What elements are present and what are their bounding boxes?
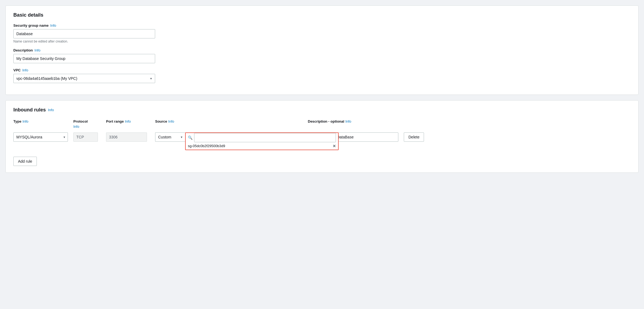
type-column-header: Type Info <box>13 119 73 123</box>
security-group-name-field: Security group name Info Name cannot be … <box>13 23 631 43</box>
protocol-value: TCP <box>73 132 98 142</box>
source-column-header: Source Info <box>155 119 308 123</box>
description-input[interactable] <box>13 54 155 63</box>
description-col-info-link[interactable]: Info <box>345 119 351 123</box>
description-label: Description Info <box>13 48 631 52</box>
basic-details-title: Basic details <box>13 12 631 18</box>
security-group-name-hint: Name cannot be edited after creation. <box>13 40 631 43</box>
type-select-wrapper: MYSQL/Aurora ▼ <box>13 132 68 142</box>
vpc-label: VPC Info <box>13 68 631 72</box>
source-cell: Custom ▼ 🔍 sg-05dc0b2f29500b3d9 ✕ <box>155 132 308 150</box>
search-icon: 🔍 <box>188 135 192 140</box>
description-info-link[interactable]: Info <box>35 48 41 52</box>
security-group-name-label: Security group name Info <box>13 23 631 28</box>
delete-rule-button[interactable]: Delete <box>404 132 424 142</box>
source-search-box: 🔍 sg-05dc0b2f29500b3d9 ✕ <box>185 132 339 150</box>
port-range-value: 3306 <box>106 132 147 142</box>
type-cell: MYSQL/Aurora ▼ <box>13 132 73 142</box>
source-tag-row: sg-05dc0b2f29500b3d9 ✕ <box>186 142 338 150</box>
inbound-rules-header: Inbound rules Info <box>13 107 631 113</box>
inbound-rules-title: Inbound rules <box>13 107 46 113</box>
rule-row: MYSQL/Aurora ▼ TCP 3306 Custom ▼ <box>13 132 631 150</box>
description-field: Description Info <box>13 48 631 63</box>
protocol-cell: TCP <box>73 132 106 142</box>
type-info-link[interactable]: Info <box>22 119 28 123</box>
inbound-rules-info-link[interactable]: Info <box>48 108 54 112</box>
table-header-row: Type Info Protocol Info Port range Info <box>13 119 631 130</box>
source-info-link[interactable]: Info <box>168 119 174 123</box>
source-tag-remove-button[interactable]: ✕ <box>333 144 336 148</box>
protocol-column-header: Protocol Info <box>73 119 106 129</box>
delete-cell: Delete <box>401 132 428 142</box>
protocol-info-link[interactable]: Info <box>73 125 79 129</box>
vpc-field: VPC Info vpc-06da4a6145aaeb1ba (My VPC) … <box>13 68 631 83</box>
source-area: Custom ▼ 🔍 sg-05dc0b2f29500b3d9 ✕ <box>155 132 308 150</box>
source-search-input[interactable] <box>194 133 336 142</box>
basic-details-section: Basic details Security group name Info N… <box>5 5 639 95</box>
security-group-name-input[interactable] <box>13 29 155 38</box>
inbound-rules-section: Inbound rules Info Type Info Protocol In… <box>5 100 639 173</box>
description-column-header: Description - optional Info <box>308 119 401 123</box>
port-range-column-header: Port range Info <box>106 119 155 123</box>
port-range-info-link[interactable]: Info <box>125 119 131 123</box>
vpc-info-link[interactable]: Info <box>22 68 28 72</box>
source-tag-value: sg-05dc0b2f29500b3d9 <box>188 144 331 148</box>
add-rule-button[interactable]: Add rule <box>13 157 37 166</box>
type-select[interactable]: MYSQL/Aurora <box>13 132 68 142</box>
source-select[interactable]: Custom <box>155 132 185 142</box>
security-group-name-info-link[interactable]: Info <box>50 23 56 28</box>
vpc-select-wrapper: vpc-06da4a6145aaeb1ba (My VPC) ▼ <box>13 74 155 83</box>
source-select-wrapper: Custom ▼ <box>155 132 185 142</box>
port-range-cell: 3306 <box>106 132 155 142</box>
source-search-container: 🔍 sg-05dc0b2f29500b3d9 ✕ <box>185 132 339 150</box>
vpc-select[interactable]: vpc-06da4a6145aaeb1ba (My VPC) <box>13 74 155 83</box>
